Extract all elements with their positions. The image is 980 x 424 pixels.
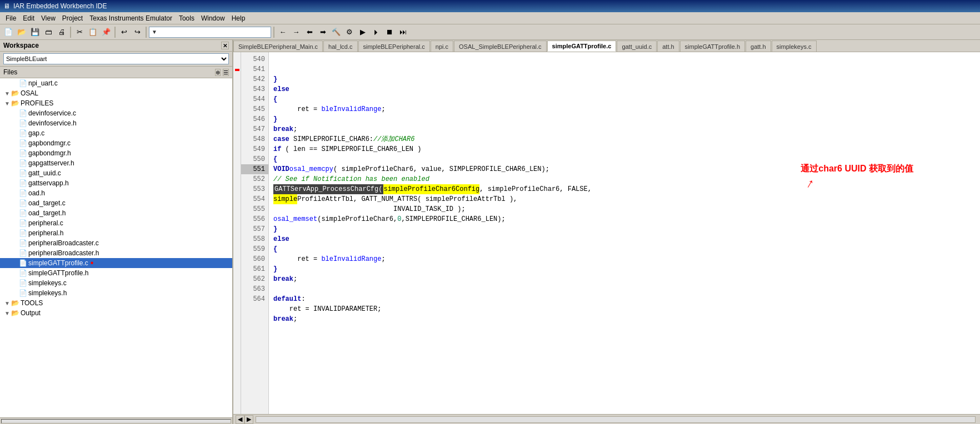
tab-hal_lcd-c[interactable]: hal_lcd.c bbox=[323, 41, 357, 52]
tree-item-devinfoservice-h[interactable]: 📄devinfoservice.h bbox=[0, 118, 232, 128]
tree-item-peripheralBroadcaster-h[interactable]: 📄peripheralBroadcaster.h bbox=[0, 248, 232, 258]
save-all-btn[interactable]: 🗃 bbox=[42, 26, 54, 38]
step-btn[interactable]: ⏭ bbox=[397, 26, 409, 38]
file-icon: 📄 bbox=[19, 269, 27, 277]
menu-item-texas-instruments-emulator[interactable]: Texas Instruments Emulator bbox=[86, 13, 176, 23]
file-label: gatt_uuid.c bbox=[28, 169, 61, 177]
save-btn[interactable]: 💾 bbox=[29, 26, 41, 38]
run-btn[interactable]: ⏵ bbox=[370, 26, 382, 38]
tree-item-npi_uart-c[interactable]: 📄npi_uart.c bbox=[0, 78, 232, 88]
line-num-540: 540 bbox=[241, 54, 268, 64]
line-num-548: 548 bbox=[241, 134, 268, 144]
tree-item-peripheral-c[interactable]: 📄peripheral.c bbox=[0, 218, 232, 228]
tab-simpleGATTprofile-h[interactable]: simpleGATTprofile.h bbox=[680, 41, 745, 52]
tree-item-OSAL[interactable]: ▼📂OSAL bbox=[0, 88, 232, 98]
expand-icon: ▼ bbox=[4, 300, 10, 306]
debug-btn[interactable]: ▶ bbox=[357, 26, 369, 38]
tab-simpleBLEPeripheral-c[interactable]: simpleBLEPeripheral.c bbox=[358, 41, 430, 52]
tab-att-h[interactable]: att.h bbox=[657, 41, 679, 52]
make-btn[interactable]: ⚙ bbox=[343, 26, 356, 38]
tree-item-simplekeys-h[interactable]: 📄simplekeys.h bbox=[0, 288, 232, 298]
tab-gatt-h[interactable]: gatt.h bbox=[746, 41, 771, 52]
tree-item-simpleGATTprofile-h[interactable]: 📄simpleGATTprofile.h bbox=[0, 268, 232, 278]
code-line-545: break; bbox=[273, 124, 976, 134]
new-btn[interactable]: 📄 bbox=[2, 26, 14, 38]
tree-item-oad_target-h[interactable]: 📄oad_target.h bbox=[0, 208, 232, 218]
tree-item-gap-c[interactable]: 📄gap.c bbox=[0, 128, 232, 138]
scroll-left-btn[interactable]: ◀ bbox=[236, 415, 244, 424]
file-label: peripheral.h bbox=[28, 229, 63, 237]
tab-npi-c[interactable]: npi.c bbox=[431, 41, 453, 52]
tab-simpleGATTprofile-c[interactable]: simpleGATTprofile.c bbox=[547, 41, 617, 52]
folder-icon: 📂 bbox=[11, 89, 19, 97]
filter-btn[interactable]: ⊕ bbox=[215, 69, 221, 76]
workspace-close-btn[interactable]: ✕ bbox=[221, 42, 229, 49]
tree-item-gatt_uuid-c[interactable]: 📄gatt_uuid.c bbox=[0, 168, 232, 178]
tab-gatt_uuid-c[interactable]: gatt_uuid.c bbox=[617, 41, 657, 52]
tree-item-gapbondmgr-c[interactable]: 📄gapbondmgr.c bbox=[0, 138, 232, 148]
tree-item-peripheralBroadcaster-c[interactable]: 📄peripheralBroadcaster.c bbox=[0, 238, 232, 248]
menu-item-window[interactable]: Window bbox=[198, 13, 228, 23]
paste-btn[interactable]: 📌 bbox=[100, 26, 112, 38]
nav2-btn[interactable]: ➡ bbox=[317, 26, 329, 38]
file-icon: 📄 bbox=[19, 79, 27, 87]
line-num-545: 545 bbox=[241, 104, 268, 114]
view-btn[interactable]: ☰ bbox=[223, 69, 229, 76]
tree-item-gapgattserver-h[interactable]: 📄gapgattserver.h bbox=[0, 158, 232, 168]
menu-item-view[interactable]: View bbox=[38, 13, 59, 23]
stop-btn[interactable]: ⏹ bbox=[383, 26, 396, 38]
forward-btn[interactable]: → bbox=[290, 26, 302, 38]
tree-item-PROFILES[interactable]: ▼📂PROFILES bbox=[0, 98, 232, 108]
menu-item-tools[interactable]: Tools bbox=[176, 13, 198, 23]
tree-item-simplekeys-c[interactable]: 📄simplekeys.c bbox=[0, 278, 232, 288]
code-line-558: ret = bleInvalidRange; bbox=[273, 254, 976, 264]
file-icon: 📄 bbox=[19, 199, 27, 207]
code-line-552: simpleProfileAttrTbl, GATT_NUM_ATTRS( si… bbox=[273, 194, 976, 204]
tab-OSAL_SimpleBLEPeripheral-c[interactable]: OSAL_SimpleBLEPeripheral.c bbox=[454, 41, 547, 52]
tree-item-simpleGATTprofile-c[interactable]: 📄simpleGATTprofile.c• bbox=[0, 258, 232, 268]
horizontal-scrollbar[interactable] bbox=[256, 416, 976, 423]
line-num-543: 543 bbox=[241, 84, 268, 94]
line-num-562: 562 bbox=[241, 274, 268, 284]
cut-btn[interactable]: ✂ bbox=[73, 26, 86, 38]
print-btn[interactable]: 🖨 bbox=[56, 26, 68, 38]
open-btn[interactable]: 📂 bbox=[16, 26, 28, 38]
scroll-right-btn[interactable]: ▶ bbox=[244, 415, 253, 424]
tree-item-devinfoservice-c[interactable]: 📄devinfoservice.c bbox=[0, 108, 232, 118]
menu-item-edit[interactable]: Edit bbox=[19, 13, 38, 23]
nav1-btn[interactable]: ⬅ bbox=[303, 26, 316, 38]
tree-item-gapbondmgr-h[interactable]: 📄gapbondmgr.h bbox=[0, 148, 232, 158]
line-num-563: 563 bbox=[241, 284, 268, 294]
file-label: gapgattserver.h bbox=[28, 159, 74, 167]
code-line-563: ret = INVALIDPARAMETER; bbox=[273, 304, 976, 314]
redo-btn[interactable]: ↪ bbox=[131, 26, 143, 38]
menu-item-help[interactable]: Help bbox=[228, 13, 249, 23]
tab-SimpleBLEPeripheral_Main-c[interactable]: SimpleBLEPeripheral_Main.c bbox=[233, 41, 323, 52]
sep2 bbox=[114, 27, 116, 38]
line-num-559: 559 bbox=[241, 244, 268, 254]
tree-item-peripheral-h[interactable]: 📄peripheral.h bbox=[0, 228, 232, 238]
line-num-553: 553 bbox=[241, 184, 268, 194]
code-line-543: ret = bleInvalidRange; bbox=[273, 104, 976, 114]
editor-area: SimpleBLEPeripheral_Main.chal_lcd.csimpl… bbox=[233, 40, 980, 424]
tree-item-gattservapp-h[interactable]: 📄gattservapp.h bbox=[0, 178, 232, 188]
file-icon: 📄 bbox=[19, 159, 27, 167]
menu-item-project[interactable]: Project bbox=[59, 13, 86, 23]
back-btn[interactable]: ← bbox=[277, 26, 289, 38]
expand-icon: ▼ bbox=[4, 310, 10, 316]
tree-scrollbar[interactable] bbox=[0, 417, 232, 424]
code-content[interactable]: } else { ret = bleInvalidRange; } break;… bbox=[269, 52, 980, 414]
build-btn[interactable]: 🔨 bbox=[330, 26, 342, 38]
tree-item-oad_target-c[interactable]: 📄oad_target.c bbox=[0, 198, 232, 208]
project-dropdown[interactable]: SimpleBLEuart bbox=[3, 53, 229, 64]
config-dropdown[interactable]: ▼ bbox=[149, 27, 271, 38]
undo-btn[interactable]: ↩ bbox=[118, 26, 130, 38]
tree-item-Output[interactable]: ▼📂Output bbox=[0, 308, 232, 318]
copy-btn[interactable]: 📋 bbox=[87, 26, 99, 38]
line-num-551: 551 bbox=[241, 164, 268, 174]
tree-item-TOOLS[interactable]: ▼📂TOOLS bbox=[0, 298, 232, 308]
tree-item-oad-h[interactable]: 📄oad.h bbox=[0, 188, 232, 198]
menu-item-file[interactable]: File bbox=[2, 13, 19, 23]
file-icon: 📄 bbox=[19, 239, 27, 247]
tab-simplekeys-c[interactable]: simplekeys.c bbox=[772, 41, 817, 52]
